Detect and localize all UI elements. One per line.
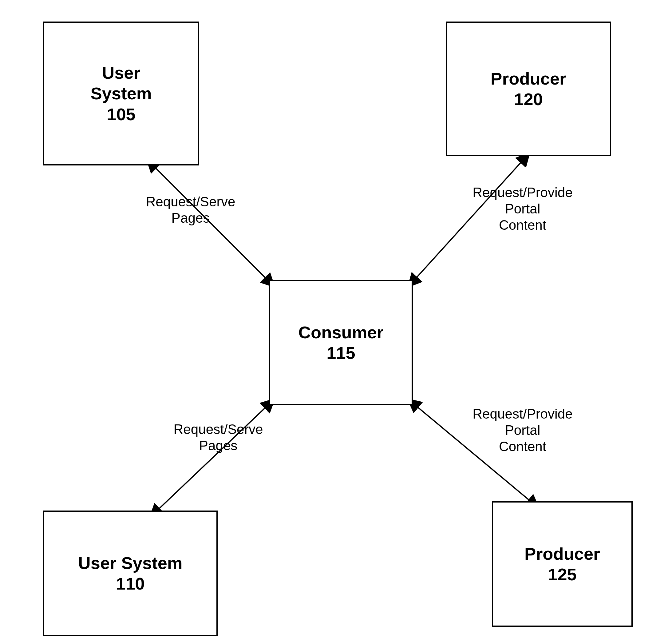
node-number: 120 bbox=[514, 89, 542, 110]
edge-label-top-left: Request/ServePages bbox=[135, 194, 246, 226]
edge-label-bottom-left: Request/ServePages bbox=[163, 421, 273, 454]
node-user-system-105: UserSystem 105 bbox=[43, 21, 199, 165]
node-number: 115 bbox=[327, 343, 355, 363]
svg-line-2 bbox=[151, 400, 273, 517]
node-label: User System bbox=[78, 553, 182, 573]
system-diagram: UserSystem 105 Producer 120 Consumer 115… bbox=[0, 0, 672, 640]
node-producer-125: Producer 125 bbox=[492, 501, 633, 627]
edge-label-top-right: Request/ProvidePortalContent bbox=[461, 185, 584, 233]
node-user-system-110: User System 110 bbox=[43, 510, 218, 636]
node-number: 110 bbox=[116, 573, 145, 594]
node-label: Consumer bbox=[298, 322, 384, 343]
node-consumer-115: Consumer 115 bbox=[269, 280, 413, 405]
node-number: 105 bbox=[107, 104, 135, 125]
node-label: Producer bbox=[491, 68, 566, 89]
node-label: Producer bbox=[524, 543, 600, 564]
node-label: UserSystem bbox=[90, 62, 152, 104]
edge-label-bottom-right: Request/ProvidePortalContent bbox=[461, 406, 584, 454]
node-producer-120: Producer 120 bbox=[446, 21, 611, 156]
node-number: 125 bbox=[548, 564, 577, 585]
